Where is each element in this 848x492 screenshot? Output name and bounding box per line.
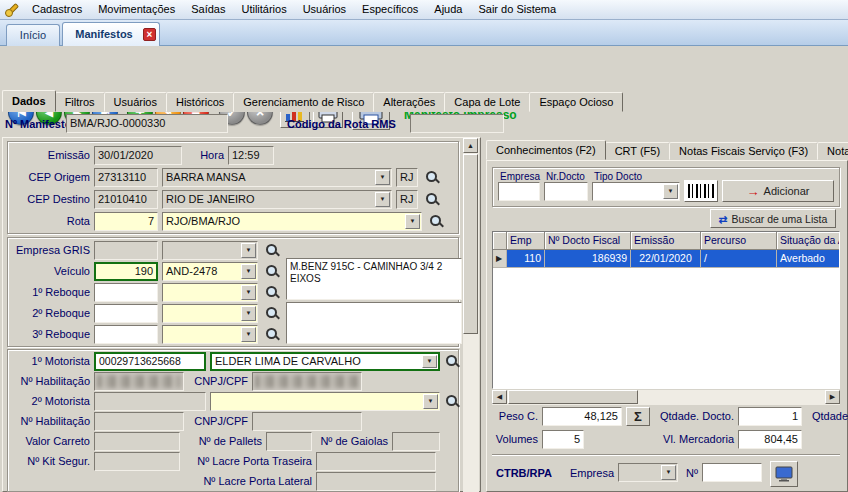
tab-dados[interactable]: Dados <box>2 90 56 112</box>
cep-destino-field[interactable]: 21010410 <box>94 190 158 209</box>
no-manifesto-field[interactable]: BMA/RJO-0000330 <box>66 114 228 133</box>
empresa-gris-field[interactable] <box>94 241 158 260</box>
dropdown-arrow-icon[interactable]: ▼ <box>661 465 676 480</box>
cep-origem-field[interactable]: 27313110 <box>94 168 158 187</box>
pallets-field[interactable] <box>266 432 312 451</box>
adicionar-button[interactable]: → Adicionar <box>722 180 834 202</box>
scroll-up-icon[interactable]: ▲ <box>463 138 478 153</box>
scroll-left-icon[interactable]: ◀ <box>492 390 507 404</box>
tab-conhecimentos[interactable]: Conhecimentos (F2) <box>486 140 606 160</box>
tab-crt[interactable]: CRT (F5) <box>605 142 670 160</box>
hora-field[interactable]: 12:59 <box>228 146 274 165</box>
scrollbar-thumb[interactable] <box>463 154 478 334</box>
tab-alteracoes[interactable]: Alterações <box>373 92 445 112</box>
reboque2-codigo-field[interactable] <box>94 304 158 323</box>
dropdown-arrow-icon[interactable]: ▼ <box>423 394 438 409</box>
veiculo-placa-combo[interactable]: AND-2478▼ <box>162 262 258 281</box>
cep-origem-city-combo[interactable]: BARRA MANSA▼ <box>162 168 392 187</box>
doc-empresa-field[interactable] <box>498 182 540 201</box>
hscrollbar-thumb[interactable] <box>508 390 638 404</box>
tab-inicio[interactable]: Início <box>6 24 60 46</box>
cell-emp: 110 <box>507 250 545 268</box>
menu-item-sair[interactable]: Sair do Sistema <box>470 0 564 19</box>
reboque3-combo[interactable]: ▼ <box>162 325 258 344</box>
dropdown-arrow-icon[interactable]: ▼ <box>375 192 390 207</box>
close-tab-icon[interactable]: × <box>143 28 156 41</box>
reboque1-search-icon[interactable] <box>264 284 280 300</box>
empresa-gris-search-icon[interactable] <box>264 242 280 258</box>
doc-tipo-docto-combo[interactable]: ▼ <box>592 182 680 201</box>
menu-item-ajuda[interactable]: Ajuda <box>426 0 470 19</box>
cnpj2-field[interactable] <box>252 412 362 431</box>
kit-segur-field[interactable] <box>94 452 180 471</box>
cep-destino-search-icon[interactable] <box>424 191 440 207</box>
tab-usuarios[interactable]: Usuários <box>104 92 167 112</box>
barcode-button[interactable] <box>684 180 718 202</box>
ctrb-empresa-combo[interactable]: ▼ <box>618 463 678 482</box>
dropdown-arrow-icon[interactable]: ▼ <box>663 184 678 199</box>
dropdown-arrow-icon[interactable]: ▼ <box>422 355 437 368</box>
dropdown-arrow-icon[interactable]: ▼ <box>375 170 390 185</box>
grid-hscrollbar[interactable]: ◀ ▶ <box>492 390 840 405</box>
tab-capa-lote[interactable]: Capa de Lote <box>444 92 530 112</box>
dropdown-arrow-icon[interactable]: ▼ <box>405 214 420 229</box>
reboque2-search-icon[interactable] <box>264 305 280 321</box>
dropdown-arrow-icon[interactable]: ▼ <box>241 243 256 258</box>
reboque2-combo[interactable]: ▼ <box>162 304 258 323</box>
reboque1-combo[interactable]: ▼ <box>162 283 258 302</box>
scroll-right-icon[interactable]: ▶ <box>825 390 840 404</box>
menu-item-especificos[interactable]: Específicos <box>354 0 426 19</box>
motorista1-nome-combo[interactable]: ELDER LIMA DE CARVALHO▼ <box>210 352 440 371</box>
doc-nr-docto-field[interactable] <box>544 182 588 201</box>
veiculo-codigo-field[interactable]: 190 <box>94 262 158 281</box>
dropdown-arrow-icon[interactable]: ▼ <box>241 264 256 279</box>
empresa-gris-combo[interactable]: ▼ <box>162 241 258 260</box>
dropdown-arrow-icon[interactable]: ▼ <box>241 327 256 342</box>
tab-manifestos[interactable]: Manifestos × <box>62 22 160 46</box>
emissao-field[interactable]: 30/01/2020 <box>94 146 182 165</box>
grid-header-situacao: Situação da Ave <box>777 232 840 250</box>
tab-historicos[interactable]: Históricos <box>166 92 234 112</box>
grid-row-selected[interactable]: ▶ 110 186939 22/01/2020 / Averbado <box>493 250 839 268</box>
ctrb-view-button[interactable] <box>770 461 798 487</box>
tab-filtros[interactable]: Filtros <box>55 92 105 112</box>
veiculo-search-icon[interactable] <box>264 263 280 279</box>
rota-combo[interactable]: RJO/BMA/RJO▼ <box>162 212 422 231</box>
rota-codigo-field[interactable]: 7 <box>94 212 158 231</box>
tab-notas-fiscais-servico[interactable]: Notas Fiscais Serviço (F3) <box>669 142 818 160</box>
dropdown-arrow-icon[interactable]: ▼ <box>241 285 256 300</box>
cep-origem-search-icon[interactable] <box>424 169 440 185</box>
reboque1-codigo-field[interactable] <box>94 283 158 302</box>
menu-item-utilitarios[interactable]: Utilitários <box>233 0 294 19</box>
lacre-traseira-field[interactable] <box>316 452 436 471</box>
menu-item-movimentacoes[interactable]: Movimentações <box>90 0 183 19</box>
menu-item-saidas[interactable]: Saídas <box>183 0 233 19</box>
valor-carreto-field[interactable] <box>94 432 180 451</box>
rota-search-icon[interactable] <box>428 213 444 229</box>
sum-button[interactable]: Σ <box>626 407 650 426</box>
menu-item-usuarios[interactable]: Usuários <box>295 0 354 19</box>
motorista2-codigo-field[interactable] <box>94 392 206 411</box>
buscar-lista-button[interactable]: ⇄ Buscar de uma Lista <box>710 209 836 228</box>
cod-rota-rms-field[interactable] <box>410 114 504 133</box>
form-scrollbar[interactable]: ▲ <box>463 138 479 492</box>
reboque3-codigo-field[interactable] <box>94 325 158 344</box>
cep-origem-uf-field[interactable]: RJ <box>396 168 418 187</box>
menu-item-cadastros[interactable]: Cadastros <box>24 0 90 19</box>
motorista1-codigo-field[interactable]: 00029713625668 <box>94 352 206 371</box>
tab-espaco-ocioso[interactable]: Espaço Ocioso <box>529 92 623 112</box>
motorista1-search-icon[interactable] <box>444 353 460 369</box>
buscar-label: Buscar de uma Lista <box>732 213 828 225</box>
reboque3-search-icon[interactable] <box>264 326 280 342</box>
motorista2-search-icon[interactable] <box>444 393 460 409</box>
gaiolas-field[interactable] <box>392 432 440 451</box>
motorista2-nome-combo[interactable]: ▼ <box>210 392 440 411</box>
habilitacao2-field[interactable] <box>94 412 184 431</box>
cep-destino-uf-field[interactable]: RJ <box>396 190 418 209</box>
cep-destino-city-combo[interactable]: RIO DE JANEIRO▼ <box>162 190 392 209</box>
tab-notas-fiscais[interactable]: Notas Fis <box>817 142 848 160</box>
tab-gerenciamento-risco[interactable]: Gerenciamento de Risco <box>233 92 374 112</box>
ctrb-nr-field[interactable] <box>702 463 762 482</box>
lacre-lateral-field[interactable] <box>316 472 436 491</box>
dropdown-arrow-icon[interactable]: ▼ <box>241 306 256 321</box>
